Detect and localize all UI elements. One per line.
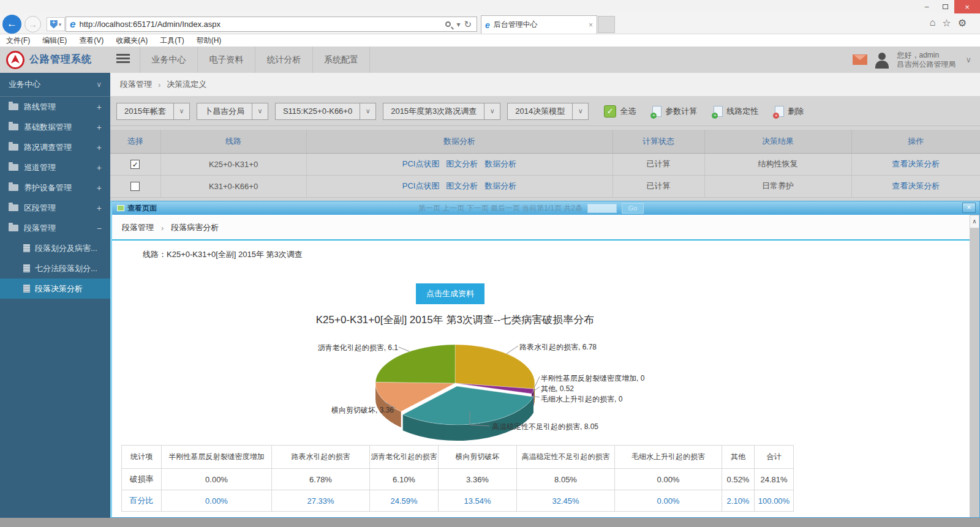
dropdown-branch[interactable]: 卜昌吉分局∨ [197, 103, 268, 120]
sidebar-item-paragraph-mgmt[interactable]: 段落管理− [0, 218, 110, 238]
expand-icon[interactable]: + [97, 122, 102, 132]
modal-close-button[interactable]: × [962, 203, 976, 213]
folder-icon [9, 103, 18, 110]
sidebar-item-section-mgmt[interactable]: 区段管理+ [0, 198, 110, 218]
page-number-input[interactable] [587, 204, 617, 213]
expand-icon[interactable]: + [97, 102, 102, 112]
stats-col-semi-rigid: 半刚性基层反射裂缝密度增加 [162, 446, 272, 469]
modal-scrollbar[interactable]: ∧ [970, 215, 979, 517]
refresh-icon[interactable]: ↻ [464, 19, 472, 30]
dropdown-survey[interactable]: 2015年度第3次路况调查∨ [383, 103, 500, 120]
menu-view[interactable]: 查看(V) [79, 36, 104, 46]
modal-breadcrumb-section[interactable]: 段落管理 [122, 222, 154, 233]
chevron-down-icon: ∨ [252, 103, 268, 119]
go-button[interactable]: Go [622, 203, 644, 214]
close-window-button[interactable]: × [954, 0, 980, 13]
menu-edit[interactable]: 编辑(E) [42, 36, 67, 46]
sidebar-subitem-paragraph-disease[interactable]: 段落划分及病害... [0, 238, 110, 258]
logo-icon [6, 51, 24, 69]
data-analysis-link[interactable]: 数据分析 [484, 181, 516, 190]
mail-icon[interactable] [853, 54, 867, 65]
expand-icon[interactable]: + [97, 183, 102, 193]
graphic-analysis-link[interactable]: 图文分析 [446, 181, 478, 190]
restore-icon [943, 4, 948, 9]
forward-button[interactable]: → [24, 16, 41, 32]
search-icon[interactable] [445, 21, 451, 27]
sidebar-item-road-survey[interactable]: 路况调查管理+ [0, 137, 110, 157]
chart-title: K25+0-K31+0[全副] 2015年 第3次调查--七类病害破损率分布 [112, 313, 798, 327]
folder-icon [9, 184, 18, 191]
new-tab-button[interactable] [598, 16, 615, 33]
select-all-button[interactable]: ✓全选 [599, 102, 641, 121]
sidebar-subitem-decision-analysis[interactable]: 段落决策分析 [0, 278, 110, 299]
modal-titlebar[interactable]: 查看页面 第一页 上一页 下一页 最后一页 当前第1/1页 共2条 Go [112, 201, 979, 215]
line-qualitative-button[interactable]: +线路定性 [709, 102, 763, 121]
sidebar-item-basic-data[interactable]: 基础数据管理+ [0, 117, 110, 137]
pci-point-map-link[interactable]: PCI点状图 [402, 181, 440, 190]
view-decision-link[interactable]: 查看决策分析 [892, 159, 940, 168]
generate-data-button[interactable]: 点击生成资料 [416, 283, 484, 304]
sidebar-item-route-mgmt[interactable]: 路线管理+ [0, 97, 110, 117]
dropdown-road-section[interactable]: S115:K25+0-K66+0∨ [275, 103, 376, 120]
folder-icon [9, 144, 18, 151]
menu-help[interactable]: 帮助(H) [197, 36, 222, 46]
menu-favorites[interactable]: 收藏夹(A) [116, 36, 148, 46]
topnav-electronic-data[interactable]: 电子资料 [197, 47, 255, 73]
pie-label-shear: 横向剪切破坏, 3.36 [296, 405, 394, 416]
pci-point-map-link[interactable]: PCI点状图 [402, 159, 440, 168]
collapse-icon[interactable]: − [97, 223, 102, 233]
tab-close-icon[interactable]: × [589, 21, 593, 29]
toolbar: 2015年帐套∨ 卜昌吉分局∨ S115:K25+0-K66+0∨ 2015年度… [110, 97, 980, 126]
compat-view-button[interactable]: ▾ [47, 17, 65, 31]
url-text[interactable]: http://localhost:65171/Admin/Index.aspx [79, 20, 445, 29]
minimize-button[interactable]: – [918, 0, 936, 13]
sidebar-header[interactable]: 业务中心 ∨ [0, 73, 110, 97]
restore-button[interactable] [936, 0, 954, 13]
folder-icon [9, 164, 18, 171]
favorites-star-icon[interactable]: ☆ [942, 17, 951, 29]
view-decision-link[interactable]: 查看决策分析 [892, 181, 940, 190]
pagination-text[interactable]: 第一页 上一页 下一页 最后一页 当前第1/1页 共2条 [418, 203, 582, 214]
scroll-up-icon[interactable]: ∧ [970, 215, 979, 228]
menu-tools[interactable]: 工具(T) [160, 36, 184, 46]
sidebar-item-patrol[interactable]: 巡道管理+ [0, 157, 110, 178]
stats-header-row: 统计项 半刚性基层反射裂缝密度增加 路表水引起的损害 沥青老化引起的损害 横向剪… [122, 446, 794, 469]
address-bar[interactable]: e http://localhost:65171/Admin/Index.asp… [66, 17, 477, 32]
browser-tab[interactable]: e 后台管理中心 × [481, 15, 597, 34]
sidebar-subitem-seven-method[interactable]: 七分法段落划分... [0, 258, 110, 278]
user-menu-chevron-icon[interactable]: ∨ [965, 55, 971, 64]
table-row: K31+0-K66+0 PCI点状图 图文分析 数据分析 已计算 日常养护 查看… [110, 175, 980, 197]
calc-status: 已计算 [612, 153, 704, 175]
caret-down-icon[interactable]: ▾ [456, 20, 460, 29]
breadcrumb-section[interactable]: 段落管理 [120, 79, 152, 90]
graphic-analysis-link[interactable]: 图文分析 [446, 159, 478, 168]
settings-gear-icon[interactable]: ⚙ [958, 17, 967, 29]
dropdown-account-year[interactable]: 2015年帐套∨ [116, 103, 190, 120]
expand-icon[interactable]: + [97, 143, 102, 152]
tab-favicon: e [485, 21, 490, 29]
chevron-down-icon: ∨ [360, 103, 375, 119]
hamburger-menu-icon[interactable] [116, 54, 130, 65]
row-checkbox[interactable] [130, 182, 140, 191]
topnav-business-center[interactable]: 业务中心 [140, 47, 197, 73]
app-header: 公路管理系统 业务中心 电子资料 统计分析 系统配置 您好，admin 昌吉州公… [0, 47, 980, 73]
stats-row-damage-rate: 破损率 0.00% 6.78% 6.10% 3.36% 8.05% 0.00% … [122, 469, 794, 490]
col-decision-result: 决策结果 [704, 130, 851, 153]
home-icon[interactable]: ⌂ [930, 17, 936, 29]
row-checkbox[interactable]: ✓ [130, 160, 140, 169]
menu-file[interactable]: 文件(F) [6, 36, 30, 46]
expand-icon[interactable]: + [97, 203, 102, 213]
expand-icon[interactable]: + [97, 163, 102, 173]
decision-result: 结构性恢复 [704, 153, 851, 175]
back-button[interactable]: ← [2, 15, 21, 34]
data-analysis-link[interactable]: 数据分析 [484, 159, 516, 168]
topnav-system-config[interactable]: 系统配置 [312, 47, 370, 73]
col-calc-status: 计算状态 [612, 130, 704, 153]
ie-logo-icon: e [70, 19, 75, 29]
delete-button[interactable]: ×删除 [770, 102, 809, 121]
dropdown-decision-model[interactable]: 2014决策模型∨ [507, 103, 589, 120]
user-avatar[interactable] [873, 51, 891, 69]
sidebar-item-maintenance-equipment[interactable]: 养护设备管理+ [0, 178, 110, 198]
topnav-statistics[interactable]: 统计分析 [255, 47, 312, 73]
parameter-calc-button[interactable]: +参数计算 [647, 102, 702, 121]
